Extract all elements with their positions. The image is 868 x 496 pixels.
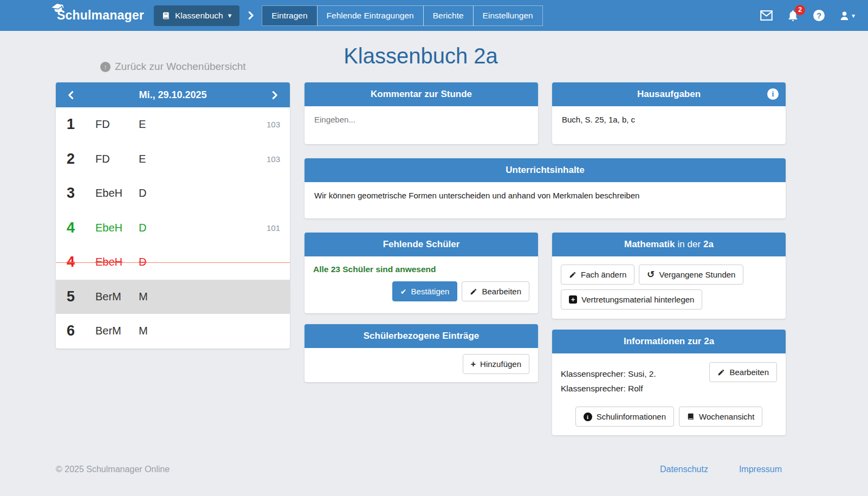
absent-panel-header: Fehlende Schüler bbox=[305, 233, 538, 256]
change-subject-button[interactable]: Fach ändern bbox=[561, 265, 634, 285]
lesson-content-header: Unterrichtsinhalte bbox=[305, 158, 786, 182]
teacher-abbr: E bbox=[139, 153, 146, 165]
app-logo[interactable]: Schulmanager bbox=[57, 8, 144, 23]
schedule-row-3[interactable]: 3 EbeH D bbox=[56, 176, 290, 211]
book-icon bbox=[687, 413, 695, 421]
caret-down-icon: ▾ bbox=[228, 11, 232, 20]
subject-abbr: BerM bbox=[95, 291, 139, 303]
period-number: 6 bbox=[67, 323, 89, 339]
module-tabs: Eintragen Fehlende Eintragungen Berichte… bbox=[262, 5, 542, 26]
tab-berichte[interactable]: Berichte bbox=[423, 5, 474, 26]
period-number: 2 bbox=[67, 151, 89, 168]
check-icon: ✔ bbox=[400, 288, 407, 295]
homework-panel-header: Hausaufgaben i bbox=[552, 82, 786, 106]
envelope-icon bbox=[760, 10, 773, 21]
room-number: 101 bbox=[267, 223, 280, 233]
subject-abbr: EbeH bbox=[95, 256, 139, 268]
comment-panel-header: Kommentar zur Stunde bbox=[305, 82, 538, 106]
page-header: Klassenbuch 2a ↑ Zurück zur Wochenübersi… bbox=[56, 31, 786, 82]
comment-panel: Kommentar zur Stunde Eingeben... bbox=[305, 82, 538, 144]
panels-area: Kommentar zur Stunde Eingeben... Hausauf… bbox=[305, 82, 786, 435]
edit-button-label: Bearbeiten bbox=[482, 287, 521, 296]
past-lessons-button[interactable]: ↺ Vergangene Stunden bbox=[639, 265, 743, 285]
previous-day-button[interactable] bbox=[68, 91, 74, 100]
schedule-card: Mi., 29.10.2025 1 FD E 103 2 FD E 103 bbox=[56, 82, 290, 349]
room-number: 103 bbox=[267, 120, 280, 129]
schedule-row-6[interactable]: 6 BerM M bbox=[56, 314, 290, 349]
pencil-icon bbox=[569, 271, 576, 279]
imprint-link[interactable]: Impressum bbox=[739, 465, 782, 474]
school-info-button[interactable]: i Schulinformationen bbox=[575, 407, 674, 427]
help-button[interactable]: ? bbox=[813, 10, 825, 21]
schedule-row-5-selected[interactable]: 5 BerM M bbox=[56, 280, 290, 314]
period-number: 4 bbox=[67, 220, 89, 236]
teacher-abbr: D bbox=[139, 222, 146, 234]
lesson-content-panel: Unterrichtsinhalte Wir können geometrisc… bbox=[305, 158, 786, 218]
teacher-abbr: M bbox=[139, 291, 148, 303]
caret-down-icon: ▾ bbox=[852, 12, 855, 20]
homework-content[interactable]: Buch, S. 25, 1a, b, c bbox=[552, 106, 786, 144]
week-view-button[interactable]: Wochenansicht bbox=[679, 407, 762, 427]
school-info-label: Schulinformationen bbox=[597, 412, 666, 421]
tab-fehlende-eintragungen[interactable]: Fehlende Eintragungen bbox=[317, 5, 424, 26]
plus-square-icon: + bbox=[569, 295, 577, 304]
period-number: 4 bbox=[67, 254, 89, 270]
absent-panel-body: Alle 23 Schüler sind anwesend ✔ Bestätig… bbox=[305, 256, 538, 313]
user-menu-button[interactable]: ▾ bbox=[839, 10, 855, 21]
tab-eintragen[interactable]: Eintragen bbox=[262, 5, 317, 26]
comment-input[interactable]: Eingeben... bbox=[305, 106, 538, 144]
confirm-button-label: Bestätigen bbox=[411, 287, 450, 296]
schedule-row-1[interactable]: 1 FD E 103 bbox=[56, 107, 290, 142]
homework-title: Hausaufgaben bbox=[637, 89, 701, 99]
schedule-row-4-cancelled[interactable]: 4 EbeH D bbox=[56, 245, 290, 280]
past-lessons-label: Vergangene Stunden bbox=[659, 270, 735, 279]
schedule-row-2[interactable]: 2 FD E 103 bbox=[56, 142, 290, 177]
schedule-row-4-added[interactable]: 4 EbeH D 101 bbox=[56, 211, 290, 246]
edit-attendance-button[interactable]: Bearbeiten bbox=[462, 281, 529, 301]
subject-abbr: FD bbox=[95, 153, 139, 165]
entries-panel-body: + Hinzufügen bbox=[305, 348, 538, 382]
module-dropdown-label: Klassenbuch bbox=[175, 11, 223, 21]
subject-abbr: FD bbox=[95, 118, 139, 131]
back-link-label: Zurück zur Wochenübersicht bbox=[115, 61, 245, 73]
back-to-week-link[interactable]: ↑ Zurück zur Wochenübersicht bbox=[100, 61, 245, 73]
teacher-abbr: D bbox=[139, 256, 146, 268]
notification-badge: 2 bbox=[795, 5, 805, 15]
info-circle-icon[interactable]: i bbox=[767, 88, 779, 100]
edit-info-button[interactable]: Bearbeiten bbox=[709, 362, 777, 382]
add-entry-button[interactable]: + Hinzufügen bbox=[463, 354, 529, 374]
substitute-material-label: Vertretungsmaterial hinterlegen bbox=[581, 295, 694, 304]
subject-class: 2a bbox=[703, 239, 714, 249]
teacher-abbr: D bbox=[139, 187, 146, 199]
schedule-date: Mi., 29.10.2025 bbox=[74, 89, 272, 101]
subject-panel: Mathematikin der2a Fach ändern bbox=[552, 233, 786, 319]
subject-header-mid: in der bbox=[678, 239, 701, 249]
subject-abbr: EbeH bbox=[95, 187, 139, 199]
module-dropdown-klassenbuch[interactable]: Klassenbuch ▾ bbox=[154, 5, 239, 26]
book-icon bbox=[162, 11, 170, 20]
subject-panel-header: Mathematikin der2a bbox=[552, 233, 786, 256]
teacher-abbr: E bbox=[139, 118, 146, 131]
notifications-button[interactable]: 2 bbox=[787, 10, 799, 22]
page-footer: © 2025 Schulmanager Online Datenschutz I… bbox=[56, 465, 786, 485]
absent-students-panel: Fehlende Schüler Alle 23 Schüler sind an… bbox=[305, 233, 538, 313]
breadcrumb-chevron-icon bbox=[248, 11, 254, 20]
substitute-material-button[interactable]: + Vertretungsmaterial hinterlegen bbox=[561, 289, 702, 310]
class-info-panel: Informationen zur 2a Klassensprecher: Su… bbox=[552, 330, 786, 435]
pencil-icon bbox=[470, 288, 477, 295]
room-number: 103 bbox=[267, 154, 280, 164]
next-day-button[interactable] bbox=[272, 91, 278, 100]
subject-abbr: EbeH bbox=[95, 222, 139, 234]
student-entries-panel: Schülerbezogene Einträge + Hinzufügen bbox=[305, 324, 538, 382]
class-info-body: Klassensprecher: Susi, 2. Klassenspreche… bbox=[552, 353, 786, 435]
privacy-link[interactable]: Datenschutz bbox=[660, 465, 708, 474]
tab-einstellungen[interactable]: Einstellungen bbox=[473, 5, 543, 26]
lesson-content-text[interactable]: Wir können geometrische Formen untersche… bbox=[305, 182, 786, 218]
confirm-attendance-button[interactable]: ✔ Bestätigen bbox=[392, 281, 458, 301]
messages-button[interactable] bbox=[760, 10, 773, 21]
period-number: 1 bbox=[67, 116, 89, 133]
info-circle-icon: i bbox=[584, 413, 592, 421]
copyright-text: © 2025 Schulmanager Online bbox=[56, 465, 170, 474]
pencil-icon bbox=[717, 369, 725, 376]
subject-abbr: BerM bbox=[95, 325, 139, 337]
